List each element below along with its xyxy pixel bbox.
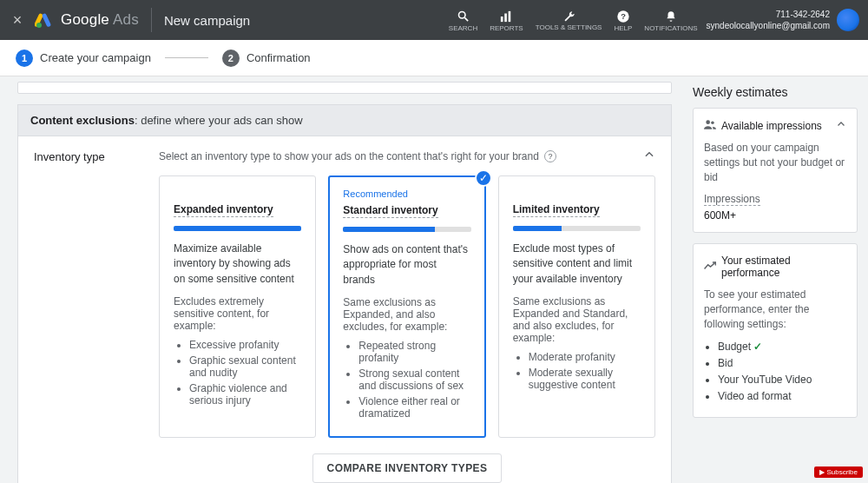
help-button[interactable]: ? HELP [614, 9, 632, 32]
svg-point-11 [711, 122, 714, 125]
inventory-meter [513, 226, 641, 231]
card-title: Standard inventory [343, 204, 437, 218]
notifications-button[interactable]: NOTIFICATIONS [644, 9, 697, 32]
card-sub: Excludes extremely sensitive content, fo… [174, 295, 301, 332]
youtube-subscribe-badge[interactable]: ▶ Subscribe [814, 466, 863, 478]
card-desc: Maximize available inventory by showing … [174, 242, 301, 287]
step-connector [165, 57, 208, 58]
perf-desc: To see your estimated performance, enter… [704, 288, 846, 331]
wrench-icon [562, 9, 575, 24]
account-phone: 711-342-2642 [707, 9, 830, 20]
card-sub: Same exclusions as Expanded, and also ex… [343, 296, 470, 333]
ads-logo-icon [35, 11, 54, 29]
card-bullets: Moderate profanity Moderate sexually sug… [513, 351, 641, 391]
page-title: New campaign [164, 13, 250, 28]
recommended-label: Recommended [343, 189, 470, 199]
card-desc: Show ads on content that's appropriate f… [343, 242, 470, 288]
inventory-type-label: Inventory type [34, 149, 138, 483]
brand-text: GoogleAds [61, 11, 139, 29]
google-ads-logo [35, 11, 54, 29]
step-confirmation[interactable]: 2 Confirmation [222, 50, 311, 67]
weekly-estimates-title: Weekly estimates [693, 85, 858, 99]
card-bullets: Excessive profanity Graphic sexual conte… [174, 339, 301, 407]
svg-rect-5 [501, 17, 503, 22]
card-expanded-inventory[interactable]: Expanded inventory Maximize available in… [159, 175, 316, 438]
account-info[interactable]: 711-342-2642 syndeolocallyonline@gmail.c… [707, 9, 830, 31]
compare-inventory-button[interactable]: COMPARE INVENTORY TYPES [312, 453, 503, 483]
search-icon [457, 9, 470, 24]
avail-desc: Based on your campaign settings but not … [704, 141, 846, 184]
available-impressions-card: Available impressions Based on your camp… [693, 108, 858, 233]
check-icon: ✓ [753, 341, 762, 353]
inventory-meter [343, 227, 470, 232]
content-exclusions-header: Content exclusions: define where your ad… [17, 104, 672, 136]
search-button[interactable]: SEARCH [449, 9, 477, 32]
svg-rect-1 [42, 13, 51, 28]
help-icon: ? [616, 9, 630, 24]
collapse-icon[interactable] [836, 119, 846, 132]
svg-point-3 [458, 12, 465, 19]
card-bullets: Repeated strong profanity Strong sexual … [343, 340, 470, 420]
svg-point-2 [36, 23, 42, 28]
collapse-icon[interactable] [643, 149, 655, 163]
card-title: Limited inventory [513, 203, 600, 217]
avatar[interactable] [837, 9, 859, 31]
perf-checklist: Budget ✓ Bid Your YouTube Video Video ad… [704, 341, 846, 402]
card-desc: Exclude most types of sensitive content … [513, 242, 641, 287]
impressions-value: 600M+ [704, 209, 846, 222]
divider [151, 8, 152, 32]
reports-icon [500, 9, 512, 24]
svg-line-4 [464, 17, 468, 21]
people-icon [704, 119, 716, 132]
svg-rect-7 [509, 10, 511, 21]
card-limited-inventory[interactable]: Limited inventory Exclude most types of … [498, 175, 655, 438]
inventory-instruction: Select an inventory type to show your ad… [159, 150, 539, 162]
card-title: Expanded inventory [174, 203, 273, 217]
card-standard-inventory[interactable]: ✓ Recommended Standard inventory Show ad… [328, 175, 485, 438]
svg-text:?: ? [621, 12, 626, 21]
reports-button[interactable]: REPORTS [490, 9, 523, 32]
help-tooltip-icon[interactable]: ? [544, 150, 556, 162]
estimated-performance-card: Your estimated performance To see your e… [693, 243, 858, 417]
card-sub: Same exclusions as Expanded and Standard… [513, 295, 641, 344]
trend-icon [704, 261, 716, 273]
account-email: syndeolocallyonline@gmail.com [707, 20, 830, 31]
bell-icon [665, 9, 677, 24]
inventory-meter [174, 226, 301, 231]
impressions-label: Impressions [704, 193, 760, 206]
svg-point-10 [706, 120, 710, 124]
svg-rect-6 [505, 13, 508, 22]
close-icon[interactable]: × [9, 11, 26, 30]
collapsed-card[interactable] [17, 82, 672, 94]
step-create-campaign[interactable]: 1 Create your campaign [16, 50, 151, 67]
tools-button[interactable]: TOOLS & SETTINGS [536, 9, 602, 31]
selected-check-icon: ✓ [475, 169, 492, 187]
